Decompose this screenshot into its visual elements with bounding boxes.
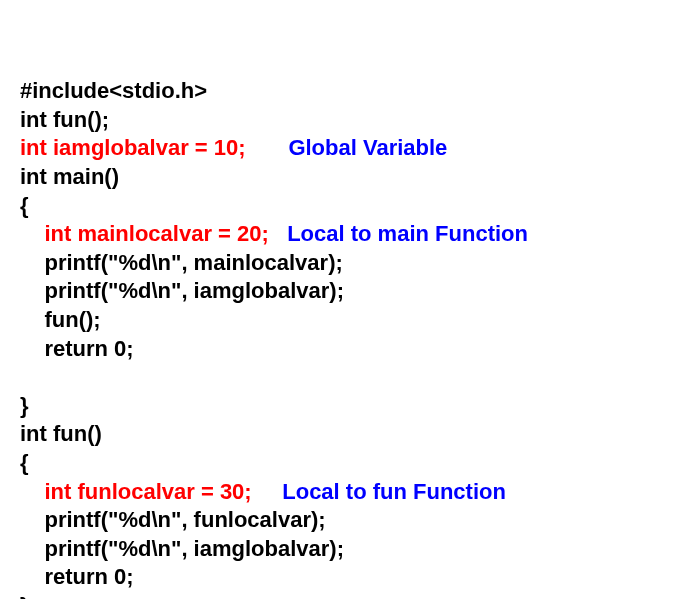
- global-var-comment: Global Variable: [288, 135, 447, 160]
- code-line: printf("%d\n", iamglobalvar);: [20, 278, 344, 303]
- code-line: fun();: [20, 307, 101, 332]
- code-line: #include<stdio.h>: [20, 78, 207, 103]
- code-line: {: [20, 450, 29, 475]
- fun-local-var-declaration: int funlocalvar = 30;: [44, 479, 251, 504]
- code-line: return 0;: [20, 336, 134, 361]
- code-line: }: [20, 593, 29, 599]
- code-line: {: [20, 193, 29, 218]
- code-line: printf("%d\n", mainlocalvar);: [20, 250, 343, 275]
- code-line: return 0;: [20, 564, 134, 589]
- code-line: }: [20, 393, 29, 418]
- indent: [20, 221, 44, 246]
- code-line: printf("%d\n", iamglobalvar);: [20, 536, 344, 561]
- main-local-var-comment: Local to main Function: [287, 221, 528, 246]
- code-line: int main(): [20, 164, 119, 189]
- fun-local-var-comment: Local to fun Function: [282, 479, 506, 504]
- main-local-var-declaration: int mainlocalvar = 20;: [44, 221, 268, 246]
- global-var-declaration: int iamglobalvar = 10;: [20, 135, 246, 160]
- code-line: int fun(): [20, 421, 102, 446]
- code-line: printf("%d\n", funlocalvar);: [20, 507, 326, 532]
- indent: [20, 479, 44, 504]
- code-line: int fun();: [20, 107, 109, 132]
